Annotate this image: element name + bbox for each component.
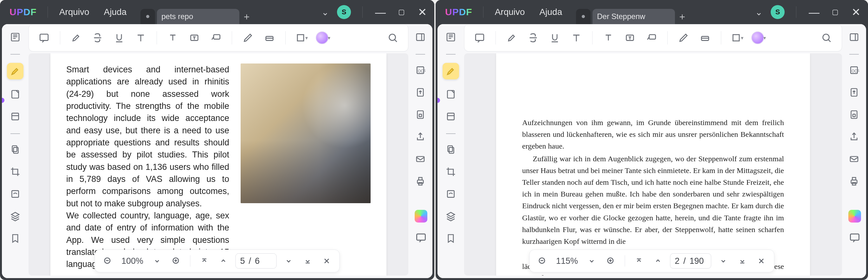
feedback-button[interactable] [415,232,427,246]
crop-button[interactable] [443,164,458,179]
ai-assistant-button[interactable] [415,210,427,223]
next-page-button[interactable] [716,254,731,268]
email-button[interactable] [847,152,861,166]
bookmarks-button[interactable] [8,231,23,246]
zoom-out-button[interactable] [535,254,549,268]
callout-tool[interactable] [207,29,225,47]
copy-pages-button[interactable] [443,142,458,157]
thumbnails-button[interactable] [443,30,458,45]
ocr-button[interactable]: OCR [847,63,861,78]
menu-help[interactable]: Ajuda [98,5,133,19]
zoom-in-button[interactable] [604,254,618,268]
edit-text-button[interactable] [443,87,458,102]
zoom-dropdown[interactable] [585,254,599,268]
pencil-tool[interactable] [239,29,257,47]
ocr-button[interactable]: OCR [413,63,428,78]
tab-active[interactable]: Der Steppenw [592,9,675,24]
thumbnails-button[interactable] [8,30,23,45]
avatar[interactable]: S [337,5,351,19]
share-button[interactable] [413,130,428,144]
search-button[interactable] [384,29,402,47]
tab-pinned[interactable] [141,9,155,24]
underline-tool[interactable] [546,29,564,47]
page-input[interactable]: 2 / 190 [670,253,711,269]
tab-active[interactable]: pets repo [157,9,239,24]
protect-button[interactable] [413,107,428,122]
eraser-tool[interactable] [260,29,278,47]
page-layout-button[interactable] [443,109,458,124]
layers-button[interactable] [443,209,458,223]
text-format-tool[interactable] [164,29,182,47]
text-format-tool[interactable] [599,29,617,47]
menu-help[interactable]: Ajuda [533,5,569,19]
print-button[interactable] [847,174,861,189]
window-minimize-button[interactable]: — [374,9,387,15]
window-close-button[interactable]: ✕ [416,9,429,15]
strikethrough-tool[interactable] [524,29,542,47]
next-page-button[interactable] [282,254,296,268]
tab-new-button[interactable]: ＋ [239,9,254,24]
highlight-tool[interactable] [503,29,521,47]
stamp-tool[interactable]: ▾ [314,29,332,47]
eraser-tool[interactable] [696,29,714,47]
zoom-dropdown[interactable] [150,254,164,268]
shape-tool[interactable]: ▾ [728,29,746,47]
callout-tool[interactable] [643,29,660,47]
shape-tool[interactable]: ▾ [292,29,310,47]
strikethrough-tool[interactable] [89,29,106,47]
avatar[interactable]: S [771,5,785,19]
document-viewport[interactable]: Smart devices and internet-based applica… [29,53,408,276]
highlight-tool[interactable] [67,29,85,47]
last-page-button[interactable] [736,254,749,268]
window-close-button[interactable]: ✕ [849,9,862,15]
close-pagebar-button[interactable] [754,254,769,268]
last-page-button[interactable] [301,254,315,268]
comment-tool[interactable] [471,29,489,47]
collapse-icon[interactable]: — [10,52,20,55]
stamp-tool[interactable]: ▾ [750,29,768,47]
highlighter-tool[interactable] [7,63,24,79]
pencil-tool[interactable] [675,29,692,47]
document-viewport[interactable]: Aufzeichnungen von ihm gewann, im Grunde… [464,53,842,276]
feedback-button[interactable] [849,232,860,246]
export-button[interactable] [847,85,861,100]
window-maximize-button[interactable]: ▢ [829,8,841,16]
textbox-tool[interactable] [185,29,203,47]
first-page-button[interactable] [197,254,212,268]
page-input[interactable]: 5 / 6 [236,253,277,269]
tab-pinned[interactable] [576,9,591,24]
tab-new-button[interactable]: ＋ [675,9,689,24]
share-button[interactable] [847,130,861,144]
text-tool[interactable] [132,29,150,47]
copy-pages-button[interactable] [8,142,23,157]
tabs-overflow-icon[interactable]: ⌄ [755,7,763,18]
menu-file[interactable]: Arquivo [53,5,96,19]
protect-button[interactable] [847,107,861,122]
search-button[interactable] [817,29,835,47]
email-button[interactable] [413,152,428,166]
watermark-button[interactable] [8,187,23,201]
highlighter-tool[interactable] [442,63,459,79]
comment-tool[interactable] [35,29,53,47]
layers-button[interactable] [8,209,23,223]
page-layout-button[interactable] [8,109,23,124]
text-tool[interactable] [567,29,585,47]
print-button[interactable] [413,174,428,189]
bookmarks-button[interactable] [443,231,458,246]
close-pagebar-button[interactable] [320,254,334,268]
underline-tool[interactable] [110,29,128,47]
prev-page-button[interactable] [217,254,230,268]
watermark-button[interactable] [443,187,458,201]
prev-page-button[interactable] [651,254,665,268]
first-page-button[interactable] [632,254,646,268]
zoom-out-button[interactable] [101,254,115,268]
edit-text-button[interactable] [8,87,23,102]
window-minimize-button[interactable]: — [808,9,820,15]
crop-button[interactable] [8,164,23,179]
export-button[interactable] [413,85,428,100]
sidepanel-toggle[interactable] [413,30,428,45]
window-maximize-button[interactable]: ▢ [395,8,408,16]
menu-file[interactable]: Arquivo [489,5,531,19]
ai-assistant-button[interactable] [848,210,861,223]
textbox-tool[interactable] [621,29,639,47]
